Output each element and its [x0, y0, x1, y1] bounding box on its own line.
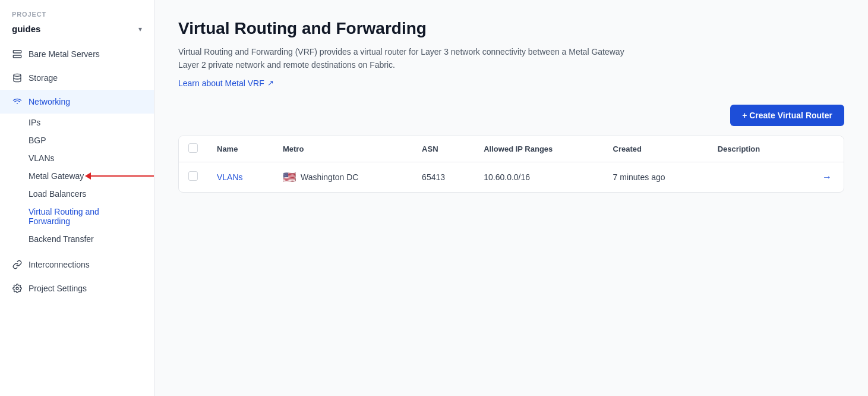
sidebar-item-networking[interactable]: Networking — [0, 90, 154, 114]
row-allowed-ip-cell: 10.60.0.0/16 — [474, 162, 603, 192]
col-actions — [798, 136, 844, 162]
sidebar-item-storage-label: Storage — [29, 73, 58, 83]
us-flag-icon: 🇺🇸 — [283, 171, 296, 184]
gear-icon — [12, 283, 23, 294]
vrf-name-link[interactable]: VLANs — [217, 172, 243, 182]
row-select-cell[interactable] — [179, 162, 207, 192]
project-selector[interactable]: guides ▾ — [0, 20, 154, 42]
table-toolbar: + Create Virtual Router — [178, 105, 844, 126]
select-all-checkbox[interactable] — [188, 143, 198, 153]
row-navigate-icon[interactable]: → — [822, 172, 832, 182]
sidebar-item-project-settings[interactable]: Project Settings — [0, 276, 154, 300]
wifi-icon — [12, 96, 23, 107]
sidebar-sub-load-balancers[interactable]: Load Balancers — [29, 185, 154, 203]
external-link-icon: ↗ — [267, 78, 274, 87]
sidebar: PROJECT guides ▾ Bare Metal Servers Stor… — [0, 0, 154, 396]
col-asn: ASN — [412, 136, 474, 162]
page-title: Virtual Routing and Forwarding — [178, 19, 844, 38]
chevron-down-icon: ▾ — [138, 25, 142, 33]
svg-rect-0 — [13, 51, 21, 53]
sidebar-item-interconnections-label: Interconnections — [29, 260, 90, 269]
vrf-table: Name Metro ASN Allowed IP Ranges Created… — [178, 136, 844, 193]
server-icon — [12, 49, 23, 59]
page-description: Virtual Routing and Forwarding (VRF) pro… — [178, 45, 642, 72]
sidebar-sub-bgp[interactable]: BGP — [29, 131, 154, 149]
database-icon — [12, 73, 23, 83]
sidebar-item-storage[interactable]: Storage — [0, 66, 154, 90]
row-name-cell[interactable]: VLANs — [207, 162, 273, 192]
col-metro: Metro — [273, 136, 412, 162]
project-name: guides — [12, 24, 40, 34]
create-virtual-router-button[interactable]: + Create Virtual Router — [730, 105, 844, 126]
networking-subnav: IPs BGP VLANs Metal Gateway Load Balance… — [0, 114, 154, 248]
sidebar-item-bare-metal[interactable]: Bare Metal Servers — [0, 42, 154, 66]
svg-point-6 — [16, 287, 18, 290]
table-row: VLANs 🇺🇸 Washington DC 65413 10.60.0.0/1… — [179, 162, 844, 192]
sidebar-sub-ips[interactable]: IPs — [29, 114, 154, 131]
learn-link[interactable]: Learn about Metal VRF ↗ — [178, 78, 274, 88]
project-label: PROJECT — [0, 0, 154, 20]
sidebar-sub-backend-transfer[interactable]: Backend Transfer — [29, 230, 154, 248]
row-created-cell: 7 minutes ago — [604, 162, 708, 192]
sidebar-item-bare-metal-label: Bare Metal Servers — [29, 49, 100, 59]
sidebar-sub-vrf[interactable]: Virtual Routing and Forwarding — [29, 203, 154, 230]
metro-name: Washington DC — [301, 172, 359, 182]
learn-link-text: Learn about Metal VRF — [178, 78, 264, 88]
sidebar-item-project-settings-label: Project Settings — [29, 284, 87, 293]
row-metro-cell: 🇺🇸 Washington DC — [273, 162, 412, 192]
sidebar-sub-vlans[interactable]: VLANs — [29, 149, 154, 167]
select-all-header[interactable] — [179, 136, 207, 162]
main-content: Virtual Routing and Forwarding Virtual R… — [154, 0, 868, 396]
col-description: Description — [708, 136, 798, 162]
col-name: Name — [207, 136, 273, 162]
sidebar-item-networking-label: Networking — [29, 97, 70, 106]
col-created: Created — [604, 136, 708, 162]
svg-rect-1 — [13, 55, 21, 58]
row-action-cell[interactable]: → — [798, 162, 844, 192]
sidebar-item-interconnections[interactable]: Interconnections — [0, 253, 154, 276]
row-checkbox[interactable] — [188, 171, 198, 181]
svg-point-4 — [14, 74, 21, 76]
link-icon — [12, 259, 23, 270]
sidebar-sub-metal-gateway[interactable]: Metal Gateway — [29, 167, 154, 185]
row-asn-cell: 65413 — [412, 162, 474, 192]
col-allowed-ip-ranges: Allowed IP Ranges — [474, 136, 603, 162]
row-description-cell — [708, 162, 798, 192]
